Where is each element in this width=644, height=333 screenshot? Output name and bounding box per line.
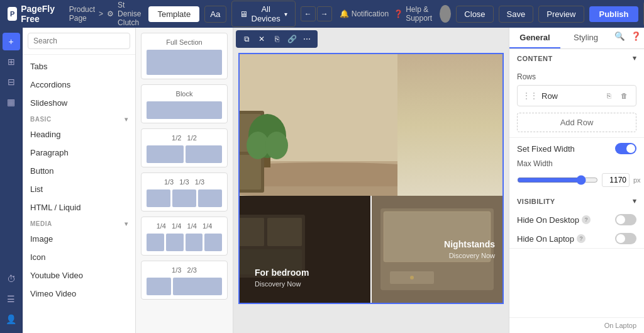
save-button[interactable]: Save bbox=[499, 6, 534, 23]
product1-link[interactable]: Discovery Now bbox=[255, 280, 309, 288]
hide-desktop-toggle[interactable] bbox=[615, 214, 636, 225]
layout-quarter-visual bbox=[147, 234, 222, 251]
toggle-slider bbox=[615, 143, 636, 154]
publish-button[interactable]: Publish bbox=[589, 6, 639, 22]
max-width-row: 1170 px bbox=[509, 171, 644, 192]
canvas-area[interactable]: ⧉ ✕ ⎘ 🔗 ⋯ bbox=[233, 28, 509, 333]
layout-block[interactable]: Block bbox=[141, 84, 228, 123]
elem-accordions[interactable]: Accordions bbox=[23, 76, 135, 94]
elem-youtube-video[interactable]: Youtube Video bbox=[23, 266, 135, 285]
set-fixed-width-toggle[interactable] bbox=[615, 143, 636, 154]
toolbar-duplicate-button[interactable]: ⎘ bbox=[270, 32, 284, 46]
product1-title: For bedroom bbox=[255, 268, 309, 278]
breadcrumb-page[interactable]: Product Page bbox=[69, 5, 95, 23]
elem-tabs[interactable]: Tabs bbox=[23, 57, 135, 76]
toolbar-delete-button[interactable]: ✕ bbox=[255, 32, 269, 46]
content-section: CONTENT ▾ Rows ⋮⋮ Row ⎘ 🗑 Add Row bbox=[509, 49, 644, 138]
layout-quarter[interactable]: 1/4 1/4 1/4 1/4 bbox=[141, 217, 228, 256]
breadcrumb: Product Page > ⚙ St Denise Clutch bbox=[69, 1, 142, 27]
template-button[interactable]: Template bbox=[148, 6, 199, 22]
help-icon-button[interactable]: ❓ bbox=[628, 28, 644, 44]
add-row-button[interactable]: Add Row bbox=[517, 113, 636, 132]
icon-sidebar: + ⊞ ⊟ ▦ ⏱ ☰ 👤 bbox=[0, 28, 23, 333]
product-card-nightstand[interactable]: Nightstands Discovery Now bbox=[370, 196, 502, 303]
sidebar-menu-button[interactable]: ☰ bbox=[3, 290, 20, 308]
layout-half[interactable]: 1/2 1/2 bbox=[141, 128, 228, 167]
hide-desktop-row: Hide On Desktop ? bbox=[509, 210, 644, 229]
elem-icon[interactable]: Icon bbox=[23, 248, 135, 266]
svg-rect-2 bbox=[240, 161, 472, 186]
on-laptop-label: On Laptop bbox=[604, 322, 636, 329]
elem-button[interactable]: Button bbox=[23, 162, 135, 180]
hide-laptop-toggle[interactable] bbox=[615, 233, 636, 244]
sidebar-add-button[interactable]: + bbox=[3, 33, 20, 50]
nav-back-button[interactable]: ← bbox=[301, 6, 316, 21]
devices-label: All Devices bbox=[252, 4, 280, 23]
elements-panel: Tabs Accordions Slideshow BASIC ▾ Headin… bbox=[23, 28, 136, 333]
rp-content: CONTENT ▾ Rows ⋮⋮ Row ⎘ 🗑 Add Row bbox=[509, 49, 644, 317]
visibility-section-label: VISIBILITY bbox=[517, 198, 555, 205]
toolbar-link-button[interactable]: 🔗 bbox=[285, 32, 299, 46]
layout-one-two[interactable]: 1/3 2/3 bbox=[141, 261, 228, 300]
row-delete-button[interactable]: 🗑 bbox=[617, 89, 631, 103]
svg-point-11 bbox=[265, 132, 288, 159]
nav-forward-button[interactable]: → bbox=[317, 6, 332, 21]
sidebar-clock-button[interactable]: ⏱ bbox=[3, 270, 20, 288]
drag-handle-icon[interactable]: ⋮⋮ bbox=[523, 91, 538, 100]
row-actions: ⎘ 🗑 bbox=[602, 89, 631, 103]
svg-rect-5 bbox=[240, 155, 261, 189]
sidebar-user-button[interactable]: 👤 bbox=[3, 310, 20, 328]
elem-vimeo-video[interactable]: Vimeo Video bbox=[23, 285, 135, 303]
format-button[interactable]: Aa bbox=[204, 6, 226, 23]
elem-list[interactable]: List bbox=[23, 180, 135, 198]
devices-button[interactable]: 🖥 All Devices ▾ bbox=[231, 1, 296, 27]
help-link[interactable]: ❓ Help & Support bbox=[394, 5, 435, 23]
canvas-toolbar: ⧉ ✕ ⎘ 🔗 ⋯ bbox=[236, 30, 318, 48]
product2-link[interactable]: Discovery Now bbox=[444, 252, 495, 259]
search-icon-button[interactable]: 🔍 bbox=[611, 28, 628, 44]
sidebar-grid-button[interactable]: ⊟ bbox=[3, 73, 20, 91]
notification-label: Notification bbox=[352, 9, 389, 18]
row-duplicate-button[interactable]: ⎘ bbox=[602, 89, 616, 103]
layout-third[interactable]: 1/3 1/3 1/3 bbox=[141, 172, 228, 212]
col3 bbox=[198, 189, 222, 207]
preview-button[interactable]: Preview bbox=[538, 6, 584, 23]
hide-desktop-info-icon[interactable]: ? bbox=[582, 215, 591, 224]
sidebar-layers-button[interactable]: ⊞ bbox=[3, 53, 20, 71]
toolbar-copy-button[interactable]: ⧉ bbox=[240, 32, 253, 46]
hide-laptop-info-icon[interactable]: ? bbox=[577, 234, 586, 243]
elem-html-liquid[interactable]: HTML / Liquid bbox=[23, 198, 135, 217]
elem-slideshow[interactable]: Slideshow bbox=[23, 94, 135, 112]
close-button[interactable]: Close bbox=[456, 6, 493, 23]
elem-heading[interactable]: Heading bbox=[23, 125, 135, 144]
elem-image[interactable]: Image bbox=[23, 230, 135, 248]
right-panel: General Styling 🔍 ❓ CONTENT ▾ Rows ⋮⋮ Ro… bbox=[509, 28, 644, 333]
svg-rect-13 bbox=[462, 114, 502, 164]
tab-general[interactable]: General bbox=[509, 28, 560, 48]
logo-icon: P bbox=[8, 7, 17, 21]
layout-block-label: Block bbox=[147, 90, 222, 98]
elem-paragraph[interactable]: Paragraph bbox=[23, 144, 135, 162]
svg-rect-12 bbox=[459, 111, 502, 186]
search-input[interactable] bbox=[28, 33, 130, 49]
sidebar-apps-button[interactable]: ▦ bbox=[3, 93, 20, 111]
top-nav: P PageFly Free Product Page > ⚙ St Denis… bbox=[0, 0, 644, 28]
canvas-section[interactable]: For bedroom Discovery Now bbox=[238, 53, 504, 304]
toolbar-more-button[interactable]: ⋯ bbox=[300, 32, 314, 46]
nav-arrows: ← → bbox=[301, 6, 332, 21]
tab-styling[interactable]: Styling bbox=[560, 28, 611, 48]
content-section-header[interactable]: CONTENT ▾ bbox=[509, 49, 644, 67]
notification-link[interactable]: 🔔 Notification bbox=[340, 9, 389, 18]
avatar[interactable] bbox=[440, 5, 451, 23]
breadcrumb-current: St Denise Clutch bbox=[118, 1, 141, 27]
layout-full-section[interactable]: Full Section bbox=[141, 33, 228, 79]
max-width-slider[interactable] bbox=[517, 175, 598, 185]
set-fixed-width-row: Set Fixed Width bbox=[509, 138, 644, 159]
settings-icon[interactable]: ⚙ bbox=[107, 9, 114, 18]
section-arrow-icon: ▾ bbox=[125, 116, 128, 123]
max-width-input[interactable]: 1170 bbox=[602, 173, 630, 187]
product-card-bedroom[interactable]: For bedroom Discovery Now bbox=[240, 196, 370, 303]
help-label: Help & Support bbox=[406, 5, 435, 23]
visibility-section-header[interactable]: VISIBILITY ▾ bbox=[509, 192, 644, 210]
furniture-hero-image bbox=[240, 54, 502, 196]
